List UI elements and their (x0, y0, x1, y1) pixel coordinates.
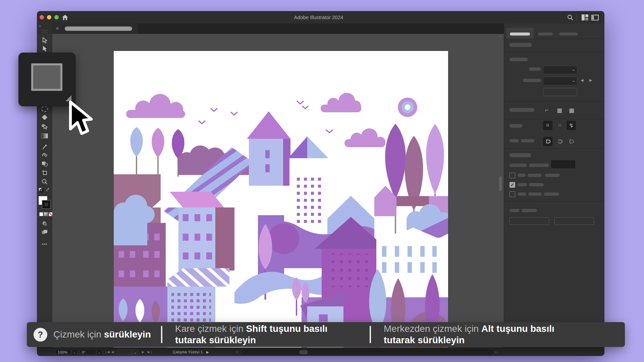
expand-panel-chevrons[interactable]: » (39, 24, 41, 28)
chevron-down-icon: ⌄ (572, 78, 575, 83)
artboard[interactable] (114, 51, 448, 348)
window-title: Adobe Illustrator 2024 (225, 14, 413, 20)
play-icon[interactable]: ▶ (206, 350, 209, 354)
properties-panel: ⌄ ⌄ ◀ ▶ ⌐ ▦ ▩ ⌗ ⌗ ↯ (504, 23, 604, 348)
screen-mode-icon[interactable] (41, 228, 49, 236)
panel-action-button[interactable] (554, 217, 594, 225)
checkbox-label-placeholder (545, 174, 560, 177)
grid-icon[interactable]: ▦ (555, 106, 564, 115)
arrow-right-icon[interactable]: ▶ (589, 78, 592, 82)
checkbox-label-placeholder (528, 192, 542, 196)
artboard-number-select[interactable] (117, 349, 132, 355)
value-input[interactable] (543, 88, 577, 96)
stroke-swatch[interactable] (42, 200, 50, 208)
search-icon[interactable] (566, 13, 574, 21)
default-fill-stroke-icon[interactable] (39, 188, 43, 194)
vertical-scrollbar-thumb[interactable] (499, 176, 502, 191)
section-label-placeholder (509, 124, 522, 128)
tutorial-tooltip-bar: ? Çizmek için sürükleyin Kare çizmek içi… (27, 322, 625, 347)
snap-glyph-magnet-icon[interactable] (567, 137, 576, 146)
snap-point-magnet-icon[interactable] (543, 137, 552, 146)
workspace-switcher-icon[interactable] (581, 13, 589, 21)
chevron-down-icon[interactable]: ⌄ (96, 349, 102, 356)
rotation-select[interactable]: 0° (79, 349, 96, 355)
checkbox-checked[interactable]: ✓ (509, 182, 515, 188)
scroll-right-icon[interactable]: › (495, 349, 496, 354)
scroll-left-icon[interactable]: ‹ (236, 349, 238, 354)
previous-artboard-icon[interactable]: ◀ (111, 350, 114, 354)
dropdown-select[interactable]: ⌄ (543, 77, 577, 85)
eyedropper-tool[interactable] (41, 142, 49, 150)
eraser-tool[interactable] (41, 113, 49, 121)
color-swatch-icon[interactable] (39, 212, 43, 216)
zoom-level-select[interactable]: 100% (55, 349, 71, 355)
tools-panel-header[interactable]: » (37, 23, 52, 34)
pattern-icon[interactable]: ▩ (567, 106, 576, 115)
panel-tab-active[interactable] (506, 28, 534, 39)
artwork-canvas (114, 51, 448, 348)
direct-selection-tool[interactable] (41, 45, 49, 53)
arrow-left-icon[interactable]: ◀ (581, 78, 583, 82)
snap-grid-magnet-icon[interactable] (555, 137, 565, 146)
zoom-tool[interactable] (41, 178, 49, 186)
checkbox-unchecked[interactable] (509, 191, 515, 197)
close-tab-icon[interactable]: ✕ (56, 26, 59, 31)
titlebar[interactable]: Adobe Illustrator 2024 (37, 11, 604, 24)
value-well[interactable] (551, 160, 575, 168)
panel-tab[interactable] (538, 33, 553, 36)
horizontal-scrollbar-track[interactable] (242, 349, 493, 355)
first-artboard-icon[interactable]: ❘◀ (105, 350, 109, 354)
field-label-placeholder (521, 139, 534, 142)
field-label-placeholder (529, 164, 549, 167)
checkbox-label-placeholder (544, 192, 559, 196)
home-icon[interactable] (61, 13, 69, 21)
chevron-down-icon: ⌄ (572, 67, 575, 72)
next-artboard-icon[interactable]: ▶ (142, 350, 144, 354)
section-label-placeholder (509, 108, 534, 112)
field-label-placeholder (523, 79, 541, 82)
swap-fill-stroke-icon[interactable] (46, 188, 51, 194)
snap-cursor-icon[interactable]: ↯ (567, 121, 576, 130)
minimize-window-button[interactable] (47, 15, 51, 19)
close-window-button[interactable] (40, 15, 44, 19)
dropdown-select[interactable]: ⌄ (543, 66, 577, 74)
tooltip-segment-1: Çizmek için sürükleyin (53, 329, 151, 340)
chevron-down-icon[interactable]: ⌄ (71, 349, 77, 356)
mouse-cursor (67, 101, 95, 140)
last-artboard-icon[interactable]: ▶❘ (148, 350, 152, 354)
locked-grid-icon[interactable]: ⌗ (555, 121, 565, 130)
corner-widget-icon[interactable]: ⌐ (542, 106, 551, 115)
color-gradient-none-group[interactable] (39, 212, 53, 216)
field-label-placeholder (529, 67, 541, 71)
shape-builder-tool[interactable] (41, 160, 49, 168)
zoom-window-button[interactable] (54, 15, 59, 19)
panel-action-button[interactable] (509, 217, 549, 225)
edit-toolbar-ellipsis[interactable]: ••• (41, 240, 49, 248)
document-tab[interactable]: ✕ (52, 23, 138, 34)
canvas-area[interactable]: ⌃ (52, 34, 504, 348)
gradient-tool[interactable] (41, 132, 49, 140)
artboard-name-label: Çalışma Yüzeyi 1 (173, 350, 203, 354)
drag-grip[interactable] (42, 30, 48, 33)
section-label-placeholder (509, 153, 531, 157)
rectangle-tool-flyout[interactable] (18, 53, 75, 106)
scroll-up-chevron-icon[interactable]: ⌃ (498, 35, 502, 41)
twirl-tool[interactable] (41, 151, 49, 159)
selection-tool[interactable] (41, 36, 49, 44)
titlebar-divider (576, 14, 577, 21)
tooltip-divider (161, 326, 162, 343)
shaper-tool[interactable] (41, 122, 49, 130)
panel-tab[interactable] (559, 33, 578, 36)
panel-toggle-icon[interactable] (591, 13, 599, 21)
help-icon: ? (34, 328, 47, 342)
drawing-mode-icon[interactable] (41, 220, 49, 228)
horizontal-scrollbar-thumb[interactable] (299, 350, 308, 354)
artboard-tool[interactable] (41, 169, 49, 177)
checkbox-unchecked[interactable] (509, 173, 515, 178)
rectangle-tool-icon[interactable] (31, 63, 62, 91)
chevron-down-icon[interactable]: ⌄ (132, 349, 138, 356)
section-label-placeholder (509, 209, 520, 212)
document-title-placeholder (65, 26, 132, 31)
perspective-grid-icon[interactable]: ⌗ (543, 121, 552, 130)
gradient-swatch-icon[interactable] (44, 212, 48, 216)
